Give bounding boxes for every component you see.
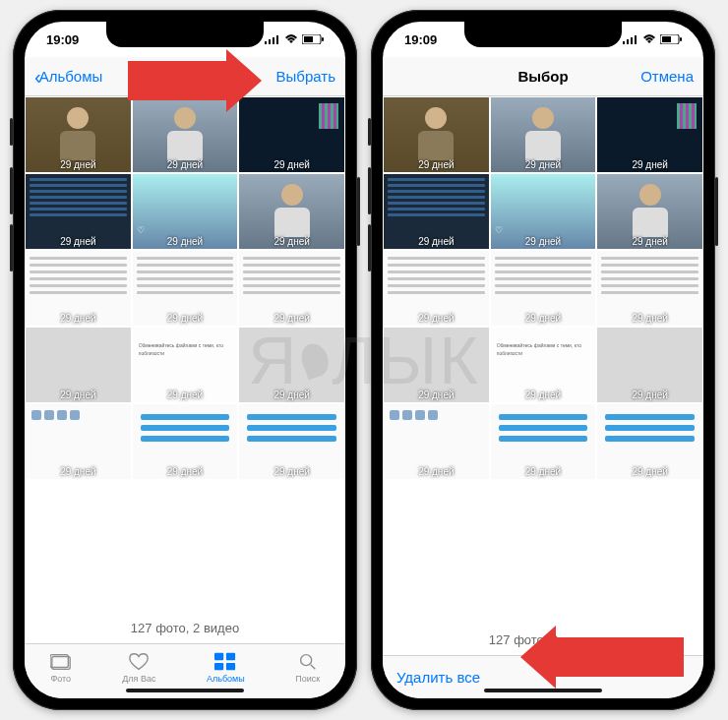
thumb[interactable]: 29 дней (596, 403, 703, 480)
wifi-icon (284, 34, 298, 44)
svg-rect-5 (322, 37, 324, 41)
thumb[interactable]: 29 дней (238, 250, 345, 327)
photo-grid[interactable]: 29 дней 29 дней 29 дней 29 дней ♡29 дней… (383, 96, 703, 625)
annotation-arrow-delete (520, 626, 684, 689)
battery-icon (660, 34, 682, 44)
thumb[interactable]: 29 дней (596, 250, 703, 327)
battery-icon (302, 34, 324, 44)
select-button[interactable]: Выбрать (276, 68, 335, 85)
thumb[interactable]: 29 дней (596, 173, 703, 250)
thumb[interactable]: 29 дней (25, 327, 132, 403)
thumb[interactable]: 29 дней (238, 403, 345, 480)
home-indicator[interactable] (126, 689, 244, 692)
svg-rect-21 (662, 36, 671, 42)
thumb[interactable]: 29 дней (383, 403, 490, 480)
thumb[interactable]: 29 дней (25, 403, 132, 480)
svg-rect-0 (265, 41, 267, 44)
svg-rect-2 (273, 37, 274, 44)
svg-rect-10 (226, 652, 235, 659)
thumb[interactable]: 29 дней (490, 403, 597, 480)
thumb[interactable]: Обменивайтесь файлами с теми, кто поблиз… (132, 327, 239, 403)
tab-search[interactable]: Поиск (295, 652, 320, 684)
thumb[interactable]: ♡29 дней (132, 173, 239, 250)
svg-point-13 (300, 654, 311, 665)
wifi-icon (642, 34, 656, 44)
thumb[interactable]: 29 дней (132, 250, 239, 327)
albums-icon (214, 652, 236, 672)
thumb[interactable]: 29 дней (596, 96, 703, 173)
svg-rect-15 (623, 41, 625, 44)
thumb[interactable]: 29 дней (238, 327, 345, 403)
status-indicators (265, 34, 324, 44)
thumb[interactable]: 29 дней (132, 403, 239, 480)
tab-albums[interactable]: Альбомы (207, 652, 245, 684)
thumb[interactable]: 29 дней (490, 250, 597, 327)
thumb[interactable]: 29 дней (25, 250, 132, 327)
thumb[interactable]: 29 дней (383, 327, 490, 403)
nav-title: Выбор (452, 68, 635, 85)
iphone-left: 19:09 ‹ Альбомы Н Выбрать 29 дней 29 дне… (13, 10, 357, 710)
tab-foryou[interactable]: Для Вас (122, 652, 155, 684)
signal-icon (265, 34, 280, 44)
back-label: Альбомы (39, 68, 103, 85)
tab-photos[interactable]: Фото (50, 652, 72, 684)
annotation-arrow-select (128, 49, 262, 112)
iphone-notch (106, 22, 264, 47)
foryou-icon (128, 652, 150, 672)
svg-rect-12 (226, 662, 235, 669)
thumb[interactable]: 29 дней (383, 250, 490, 327)
thumb[interactable]: 29 дней (383, 173, 490, 250)
svg-rect-9 (214, 652, 223, 659)
thumb[interactable]: 29 дней (25, 96, 132, 173)
svg-line-14 (310, 664, 315, 669)
thumb[interactable]: 29 дней (238, 173, 345, 250)
iphone-notch (464, 22, 622, 47)
status-time: 19:09 (46, 32, 79, 47)
svg-rect-18 (635, 35, 637, 44)
back-button[interactable]: ‹ Альбомы (34, 67, 102, 87)
delete-all-button[interactable]: Удалить все (396, 669, 480, 686)
status-indicators (623, 34, 682, 44)
nav-bar: Выбор Отмена (383, 57, 703, 96)
thumb[interactable]: 29 дней (490, 96, 597, 173)
svg-rect-1 (269, 39, 271, 44)
svg-rect-17 (631, 37, 633, 44)
search-icon (297, 652, 319, 672)
signal-icon (623, 34, 638, 44)
thumb[interactable]: 29 дней (383, 96, 490, 173)
thumb[interactable]: 29 дней (25, 173, 132, 250)
thumb[interactable]: Обменивайтесь файлами с теми, кто поблиз… (490, 327, 597, 403)
cancel-button[interactable]: Отмена (635, 68, 694, 85)
item-count: 127 фото, 2 видео (25, 613, 345, 643)
photos-icon (50, 652, 72, 672)
photo-grid[interactable]: 29 дней 29 дней 29 дней 29 дней ♡29 дней… (25, 96, 345, 613)
iphone-right: 19:09 Выбор Отмена 29 дней 29 дней 29 дн… (371, 10, 715, 710)
thumb[interactable]: ♡29 дней (490, 173, 597, 250)
heart-icon: ♡ (495, 225, 503, 235)
heart-icon: ♡ (137, 225, 145, 235)
svg-rect-20 (680, 37, 682, 41)
svg-rect-16 (627, 39, 629, 44)
svg-rect-3 (276, 35, 278, 44)
status-time: 19:09 (404, 32, 437, 47)
svg-rect-11 (214, 662, 223, 669)
svg-rect-6 (304, 36, 313, 42)
home-indicator[interactable] (484, 689, 602, 692)
thumb[interactable]: 29 дней (596, 327, 703, 403)
